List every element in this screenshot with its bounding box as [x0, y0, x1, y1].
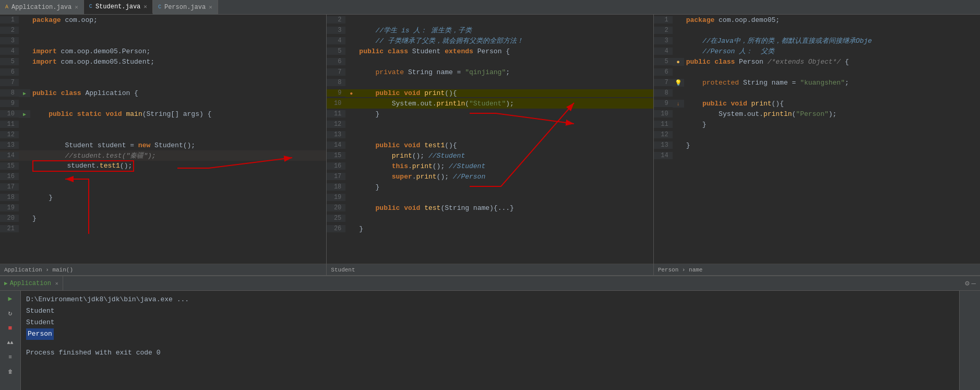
tab-application-java[interactable]: A Application.java ✕ — [0, 0, 84, 14]
tab-application-label: Application.java — [11, 4, 71, 11]
scroll-output-button[interactable]: ≡ — [5, 351, 16, 363]
editor-application: 1package com.oop; 2 3 4import com.oop.de… — [0, 15, 327, 275]
run-tab-close[interactable]: ✕ — [55, 280, 58, 287]
student-tab-icon: C — [89, 4, 92, 9]
editor-student: 2 3 //学生 is 人： 派生类，子类 4 // 子类继承了父类，就会拥有父… — [327, 15, 653, 275]
clear-output-button[interactable]: 🗑 — [5, 366, 16, 377]
run-icon: ▶ — [4, 280, 8, 287]
application-tab-icon: A — [5, 4, 8, 10]
breadcrumb-person: Person › name — [654, 264, 980, 275]
tab-person-label: Person.java — [164, 4, 206, 11]
tab-student-java[interactable]: C Student.java ✕ — [84, 0, 153, 14]
run-tab-label[interactable]: ▶ Application ✕ — [0, 276, 63, 290]
scroll-to-top-button[interactable]: ▲▲ — [5, 337, 16, 348]
tab-application-close[interactable]: ✕ — [75, 4, 78, 10]
run-right-sidebar — [959, 291, 980, 390]
code-area-student[interactable]: 2 3 //学生 is 人： 派生类，子类 4 // 子类继承了父类，就会拥有父… — [327, 15, 653, 264]
settings-icon[interactable]: ⚙ — [965, 279, 969, 288]
bottom-panel: ▶ Application ✕ ⚙ — ▶ ↻ ■ ▲▲ ≡ 🗑 D:\Envi… — [0, 275, 980, 390]
tab-person-close[interactable]: ✕ — [209, 4, 212, 10]
run-tab-text: Application — [10, 280, 51, 287]
run-output-exit: Process finished with exit code 0 — [26, 347, 954, 359]
editor-person: 1package com.oop.demo05; 2 3 //在Java中，所有… — [654, 15, 980, 275]
bottom-tabs: ▶ Application ✕ ⚙ — — [0, 276, 980, 291]
run-output-person: Person — [26, 328, 54, 340]
stop-button[interactable]: ■ — [5, 322, 16, 334]
tab-student-label: Student.java — [95, 3, 140, 10]
rerun-button[interactable]: ↻ — [5, 308, 16, 319]
bottom-right-icons: ⚙ — — [961, 276, 980, 290]
run-output-spacer — [26, 340, 954, 347]
run-output-line-1: D:\Environment\jdk8\jdk\bin\java.exe ... — [26, 294, 954, 305]
editors-area: 1package com.oop; 2 3 4import com.oop.de… — [0, 15, 980, 275]
run-output-line-2: Student — [26, 305, 954, 317]
person-tab-icon: C — [158, 4, 161, 10]
bottom-tabs-spacer — [63, 276, 961, 290]
tab-bar: A Application.java ✕ C Student.java ✕ C … — [0, 0, 980, 15]
tab-student-close[interactable]: ✕ — [144, 3, 147, 10]
code-area-application[interactable]: 1package com.oop; 2 3 4import com.oop.de… — [0, 15, 326, 264]
run-panel-content: ▶ ↻ ■ ▲▲ ≡ 🗑 D:\Environment\jdk8\jdk\bin… — [0, 291, 980, 390]
play-button[interactable]: ▶ — [5, 293, 16, 304]
tab-person-java[interactable]: C Person.java ✕ — [153, 0, 218, 14]
breadcrumb-student: Student — [327, 264, 653, 275]
breadcrumb-application: Application › main() — [0, 264, 326, 275]
minimize-icon[interactable]: — — [972, 279, 976, 288]
run-output-area: D:\Environment\jdk8\jdk\bin\java.exe ...… — [21, 291, 959, 390]
run-sidebar: ▶ ↻ ■ ▲▲ ≡ 🗑 — [0, 291, 21, 390]
code-area-person[interactable]: 1package com.oop.demo05; 2 3 //在Java中，所有… — [654, 15, 980, 264]
run-output-line-3: Student — [26, 317, 954, 328]
